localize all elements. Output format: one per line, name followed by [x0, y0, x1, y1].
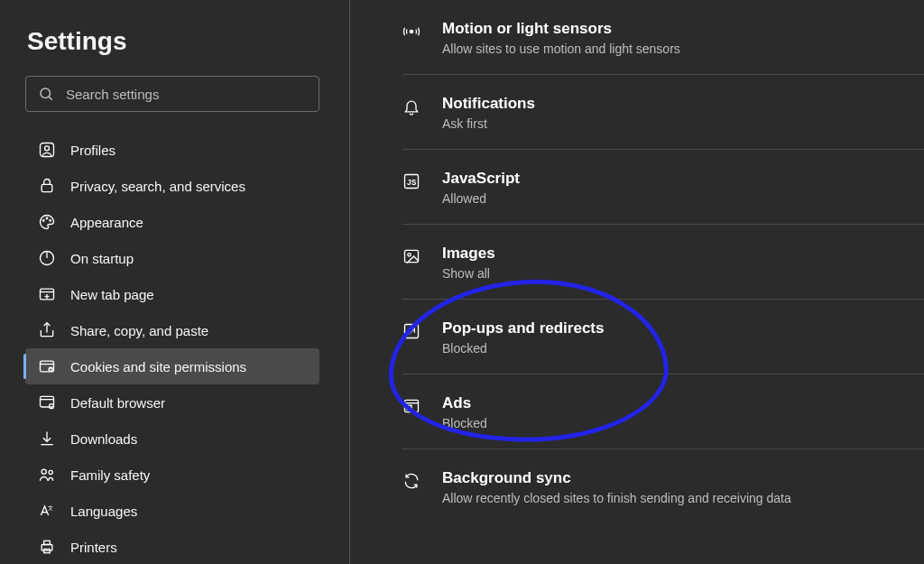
permission-title: Pop-ups and redirects [442, 319, 604, 337]
sidebar-item-label: Languages [70, 504, 137, 519]
permission-subtitle: Allowed [442, 191, 520, 206]
permissions-list: Motion or light sensors Allow sites to u… [402, 0, 924, 523]
permission-title: JavaScript [442, 170, 520, 188]
permission-subtitle: Blocked [442, 416, 487, 430]
permission-title: Motion or light sensors [442, 20, 680, 38]
permission-motion[interactable]: Motion or light sensors Allow sites to u… [402, 0, 924, 75]
search-wrap [25, 76, 334, 112]
permission-text: Ads Blocked [442, 394, 487, 430]
svg-point-7 [50, 220, 51, 222]
permission-title: Notifications [442, 95, 535, 113]
sidebar-item-default-browser[interactable]: Default browser [25, 384, 319, 421]
download-icon [38, 430, 56, 448]
motion-icon [402, 23, 420, 41]
svg-point-30 [410, 30, 412, 32]
permission-text: Motion or light sensors Allow sites to u… [442, 20, 680, 56]
svg-rect-33 [405, 250, 419, 262]
sidebar-item-startup[interactable]: On startup [25, 240, 319, 276]
ads-icon [402, 397, 420, 415]
sidebar-item-downloads[interactable]: Downloads [25, 421, 319, 457]
share-icon [38, 321, 56, 339]
languages-icon: 文 [38, 502, 56, 520]
sidebar-nav: Profiles Privacy, search, and services [25, 132, 334, 564]
sidebar-item-profiles[interactable]: Profiles [25, 132, 319, 168]
permission-text: Background sync Allow recently closed si… [442, 469, 791, 505]
svg-point-23 [42, 469, 46, 474]
sidebar-item-label: Privacy, search, and services [70, 179, 245, 194]
image-icon [402, 247, 420, 265]
sidebar-item-label: Cookies and site permissions [70, 359, 246, 374]
sidebar-item-label: Family safety [70, 467, 150, 483]
permission-background-sync[interactable]: Background sync Allow recently closed si… [402, 449, 924, 523]
sidebar-item-label: Appearance [70, 215, 143, 230]
browser-icon [38, 393, 56, 411]
js-icon: JS [402, 172, 420, 190]
permission-notifications[interactable]: Notifications Ask first [402, 75, 924, 150]
bell-icon [402, 97, 420, 116]
sidebar-item-label: Downloads [70, 431, 137, 447]
sidebar-item-label: Share, copy, and paste [70, 323, 208, 338]
svg-rect-4 [42, 184, 52, 191]
sidebar-item-label: Printers [70, 540, 117, 555]
svg-point-24 [49, 470, 52, 474]
svg-rect-39 [407, 405, 411, 410]
permission-text: Notifications Ask first [442, 95, 535, 131]
svg-text:JS: JS [407, 178, 417, 187]
popup-icon [402, 322, 420, 340]
search-input[interactable] [25, 76, 319, 112]
tab-icon [38, 285, 56, 303]
page-title: Settings [27, 27, 334, 56]
permissions-pane: Motion or light sensors Allow sites to u… [350, 0, 924, 564]
svg-point-6 [46, 217, 48, 219]
sidebar-item-newtab[interactable]: New tab page [25, 276, 319, 312]
cookies-icon [38, 357, 56, 375]
svg-point-5 [42, 220, 44, 222]
sidebar: Settings Profiles [0, 0, 350, 564]
svg-rect-18 [41, 396, 54, 407]
permission-text: JavaScript Allowed [442, 170, 520, 206]
sidebar-item-appearance[interactable]: Appearance [25, 204, 319, 240]
permission-subtitle: Show all [442, 266, 495, 281]
permission-subtitle: Allow sites to use motion and light sens… [442, 42, 680, 56]
svg-rect-15 [41, 361, 54, 372]
family-icon [38, 466, 56, 484]
svg-point-34 [408, 254, 411, 256]
svg-point-0 [41, 88, 51, 98]
svg-line-1 [49, 97, 51, 99]
permission-subtitle: Allow recently closed sites to finish se… [442, 491, 791, 505]
sidebar-item-languages[interactable]: 文 Languages [25, 493, 319, 529]
permission-text: Images Show all [442, 245, 495, 281]
sidebar-item-printers[interactable]: Printers [25, 529, 319, 564]
sidebar-item-share[interactable]: Share, copy, and paste [25, 312, 319, 348]
svg-text:文: 文 [48, 504, 53, 511]
svg-point-3 [45, 146, 50, 151]
svg-rect-27 [42, 545, 52, 551]
permission-text: Pop-ups and redirects Blocked [442, 319, 604, 356]
permission-images[interactable]: Images Show all [402, 225, 924, 300]
permission-javascript[interactable]: JS JavaScript Allowed [402, 150, 924, 225]
sidebar-item-family[interactable]: Family safety [25, 457, 319, 493]
lock-icon [38, 177, 56, 195]
permission-subtitle: Blocked [442, 341, 604, 356]
sidebar-item-cookies[interactable]: Cookies and site permissions [25, 348, 319, 384]
svg-rect-28 [44, 541, 51, 544]
svg-line-36 [409, 328, 415, 335]
appearance-icon [38, 213, 56, 231]
sidebar-item-label: Profiles [70, 143, 116, 158]
sidebar-item-label: New tab page [70, 287, 154, 302]
power-icon [38, 249, 56, 267]
profile-icon [38, 141, 56, 159]
svg-rect-2 [41, 143, 54, 157]
sidebar-item-label: On startup [70, 251, 134, 266]
permission-title: Ads [442, 394, 487, 412]
sidebar-item-label: Default browser [70, 395, 165, 411]
sync-icon [402, 472, 420, 490]
permission-title: Background sync [442, 469, 791, 487]
permission-ads[interactable]: Ads Blocked [402, 374, 924, 449]
printer-icon [38, 538, 56, 556]
permission-popups[interactable]: Pop-ups and redirects Blocked [402, 300, 924, 374]
settings-app: Settings Profiles [0, 0, 924, 564]
sidebar-item-privacy[interactable]: Privacy, search, and services [25, 168, 319, 204]
permission-title: Images [442, 245, 495, 263]
permission-subtitle: Ask first [442, 116, 535, 131]
